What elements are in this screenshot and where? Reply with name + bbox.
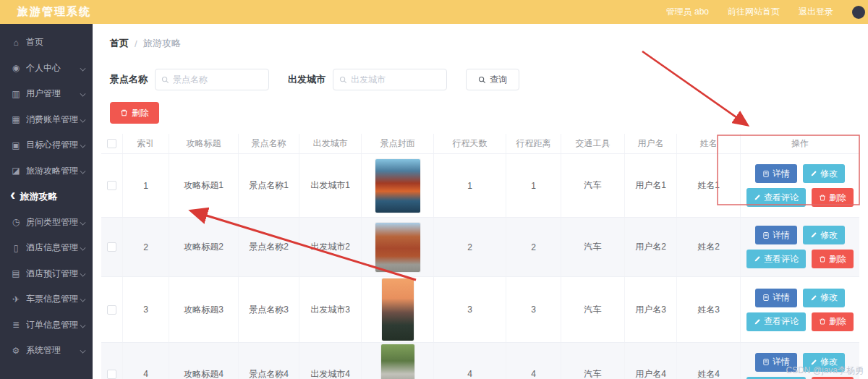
cell-distance: 2	[506, 218, 561, 276]
sidebar-item-system-management[interactable]: ⚙ 系统管理	[0, 338, 93, 364]
cell-distance: 3	[506, 277, 561, 342]
cell-title: 攻略标题4	[169, 343, 239, 379]
trash-icon	[120, 108, 128, 117]
sidebar-item-label: 用户管理	[26, 88, 79, 100]
ticket-icon: ✈	[10, 294, 22, 305]
edit-button[interactable]: 修改	[803, 289, 845, 307]
detail-label: 详情	[773, 229, 790, 242]
sidebar-item-label: 旅游攻略管理	[26, 165, 79, 177]
row-checkbox[interactable]	[107, 242, 116, 252]
delete-label: 删除	[829, 253, 846, 265]
delete-button[interactable]: 删除	[812, 312, 854, 331]
query-button[interactable]: 查询	[466, 69, 519, 90]
cell-city: 出发城市2	[299, 218, 362, 276]
edit-button[interactable]: 修改	[803, 226, 845, 244]
row-checkbox[interactable]	[107, 181, 116, 190]
cell-name: 姓名1	[677, 154, 741, 217]
spot-name-input[interactable]	[173, 74, 263, 85]
cell-index: 4	[123, 343, 169, 379]
view-comments-label: 查看评论	[764, 315, 799, 328]
cell-distance: 1	[506, 154, 561, 217]
delete-button[interactable]: 删除	[812, 377, 854, 379]
sidebar-item-bill-management[interactable]: ▦ 消费账单管理	[0, 107, 93, 133]
sidebar-item-label: 车票信息管理	[26, 293, 79, 305]
sidebar-item-ticket-info-management[interactable]: ✈ 车票信息管理	[0, 286, 93, 312]
breadcrumb-current: 旅游攻略	[143, 37, 181, 50]
delete-button[interactable]: 删除	[812, 188, 854, 207]
departure-city-field-wrap	[333, 69, 447, 90]
home-icon: ⌂	[10, 38, 22, 48]
sidebar-item-personal-center[interactable]: ◉ 个人中心	[0, 56, 93, 82]
chevron-down-icon	[80, 168, 86, 174]
chevron-down-icon	[80, 297, 86, 302]
detail-label: 详情	[773, 168, 790, 180]
chevron-down-icon	[80, 219, 86, 225]
cell-spot: 景点名称2	[239, 218, 299, 276]
breadcrumb-separator: /	[135, 38, 137, 49]
row-checkbox[interactable]	[107, 305, 116, 315]
sidebar-item-travel-guide-active[interactable]: ‹ 旅游攻略	[0, 184, 93, 210]
view-comments-button[interactable]: 查看评论	[746, 188, 806, 207]
cell-index: 3	[123, 277, 169, 342]
delete-button[interactable]: 删除	[812, 250, 854, 268]
sidebar-item-user-management[interactable]: ▥ 用户管理	[0, 81, 93, 107]
view-comments-button[interactable]: 查看评论	[746, 250, 806, 268]
header-admin-user[interactable]: 管理员 abo	[666, 6, 709, 18]
chevron-down-icon	[80, 116, 86, 122]
bill-icon: ▦	[10, 114, 22, 124]
header-goto-frontend-link[interactable]: 前往网站首页	[728, 6, 780, 18]
edit-button[interactable]: 修改	[803, 164, 845, 183]
detail-button[interactable]: 详情	[755, 226, 797, 244]
col-username: 用户名	[625, 134, 677, 153]
header-logout-link[interactable]: 退出登录	[799, 6, 833, 18]
sidebar-item-label: 首页	[26, 36, 85, 48]
cell-city: 出发城市3	[299, 277, 362, 342]
table-row: 1 攻略标题1 景点名称1 出发城市1 1 1 汽车 用户名1 姓名1 详情 修…	[101, 154, 859, 218]
sidebar-item-home[interactable]: ⌂ 首页	[0, 30, 93, 56]
document-icon	[762, 358, 770, 366]
departure-city-label: 出发城市	[288, 73, 326, 86]
cell-spot: 景点名称1	[239, 154, 299, 217]
avatar[interactable]	[852, 6, 865, 19]
sidebar-item-hotel-info-management[interactable]: ▯ 酒店信息管理	[0, 235, 93, 261]
detail-button[interactable]: 详情	[755, 289, 797, 307]
view-comments-label: 查看评论	[764, 253, 799, 265]
sidebar-item-order-info-management[interactable]: ≣ 订单信息管理	[0, 312, 93, 338]
departure-city-input[interactable]	[351, 74, 441, 85]
sidebar-item-notes-management[interactable]: ▣ 目标心得管理	[0, 132, 93, 158]
view-comments-button[interactable]: 查看评论	[746, 377, 806, 379]
cell-username: 用户名2	[625, 218, 677, 276]
cell-transport: 汽车	[561, 277, 625, 342]
cell-index: 1	[123, 154, 169, 217]
edit-label: 修改	[820, 168, 838, 180]
sidebar-item-hotel-booking-management[interactable]: ▤ 酒店预订管理	[0, 261, 93, 287]
row-checkbox[interactable]	[107, 370, 116, 379]
detail-button[interactable]: 详情	[755, 164, 797, 183]
sidebar-item-label: 旅游攻略	[20, 190, 85, 203]
col-operation: 操作	[741, 134, 859, 153]
cell-city: 出发城市1	[299, 154, 362, 217]
app-title: 旅游管理系统	[17, 5, 91, 19]
cell-username: 用户名1	[625, 154, 677, 217]
delete-label: 删除	[829, 192, 846, 204]
breadcrumb-home[interactable]: 首页	[110, 37, 129, 50]
chevron-left-icon: ‹	[10, 187, 15, 203]
breadcrumb: 首页 / 旅游攻略	[101, 24, 859, 50]
batch-delete-button[interactable]: 删除	[110, 102, 159, 124]
document-icon	[762, 231, 770, 239]
col-name: 姓名	[677, 134, 741, 153]
sidebar-item-guide-management[interactable]: ◪ 旅游攻略管理	[0, 158, 93, 184]
pencil-icon	[754, 255, 761, 263]
sidebar-item-label: 个人中心	[26, 62, 79, 74]
sidebar-item-room-type-management[interactable]: ◷ 房间类型管理	[0, 210, 93, 236]
view-comments-label: 查看评论	[764, 192, 799, 204]
select-all-checkbox[interactable]	[107, 139, 116, 148]
chevron-down-icon	[80, 348, 86, 354]
chevron-down-icon	[80, 322, 86, 328]
search-icon	[478, 76, 486, 84]
user-icon: ◉	[10, 63, 22, 73]
cell-name: 姓名4	[677, 343, 741, 379]
view-comments-button[interactable]: 查看评论	[746, 312, 806, 331]
cell-title: 攻略标题1	[169, 154, 239, 217]
query-button-label: 查询	[490, 74, 507, 86]
